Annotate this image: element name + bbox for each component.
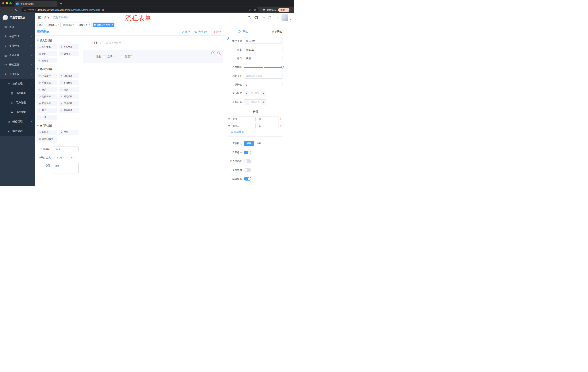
copy-widget-button[interactable]: [211, 51, 215, 55]
component-counter[interactable]: 123计数器: [59, 51, 79, 56]
sidebar-item-payment[interactable]: ¥ 支付管理 ▾: [0, 41, 35, 51]
option-label-input[interactable]: [231, 123, 256, 128]
drag-handle-icon[interactable]: ≡: [228, 117, 230, 120]
browser-menu-icon[interactable]: ⋮: [286, 8, 288, 11]
title-input[interactable]: [244, 56, 283, 61]
field-name-input[interactable]: [244, 47, 283, 53]
default-value-input[interactable]: [244, 82, 283, 87]
new-tab-button[interactable]: +: [60, 2, 62, 5]
tag-close-icon[interactable]: ×: [73, 24, 74, 26]
option-value-input[interactable]: [257, 116, 279, 121]
max-select-placeholder[interactable]: 最多可选: [249, 100, 261, 105]
sidebar-item-leave-query[interactable]: ● 请假查询: [0, 126, 35, 136]
forward-button[interactable]: →: [8, 8, 13, 12]
component-date-range[interactable]: ▩日期范围: [59, 101, 79, 106]
component-button[interactable]: ▣按钮: [59, 130, 79, 135]
github-icon[interactable]: [254, 16, 258, 19]
border-toggle[interactable]: [244, 159, 251, 163]
label-width-input[interactable]: [244, 73, 283, 79]
component-editor[interactable]: ✎编辑器: [37, 58, 57, 63]
component-time-picker[interactable]: ◷时间选择: [37, 94, 57, 99]
style-button-button[interactable]: 按钮: [254, 141, 264, 146]
remove-option-icon[interactable]: ⊖: [280, 124, 283, 128]
component-multi-line-text[interactable]: ▤多行文本: [59, 44, 79, 50]
component-color-picker[interactable]: ◍颜色选择: [59, 108, 79, 113]
breadcrumb-home[interactable]: 首页: [44, 16, 49, 19]
increase-icon[interactable]: +: [261, 91, 266, 96]
password-key-icon[interactable]: [248, 8, 251, 11]
component-row-container[interactable]: ⊞行容器: [37, 130, 57, 135]
tag-process-form-edit[interactable]: 流程表单-编辑 ×: [93, 22, 115, 27]
status-off-radio[interactable]: 关闭: [66, 156, 75, 159]
component-table[interactable]: ▦表格[开发中]: [37, 137, 57, 142]
tag-close-icon[interactable]: ×: [89, 24, 90, 26]
form-remark-textarea[interactable]: 嘿嘿: [53, 163, 79, 173]
clear-button[interactable]: 清空: [212, 30, 221, 33]
tag-process-model[interactable]: 流程模型 ×: [62, 22, 76, 27]
reload-button[interactable]: ↻: [14, 8, 19, 12]
decrease-icon[interactable]: −: [244, 100, 249, 105]
sidebar-item-system[interactable]: ⚙ 系统管理 ▾: [0, 32, 35, 41]
tag-close-icon[interactable]: ×: [112, 24, 113, 26]
widget-gender-selected[interactable]: 性别 选项一 选项二: [83, 50, 223, 63]
sidebar-item-process-form[interactable]: ▥ 流程表单: [0, 88, 35, 98]
option-label-input[interactable]: [231, 116, 256, 121]
sidebar-item-process-model[interactable]: ▶ 流程模型: [0, 107, 35, 117]
slider-handle[interactable]: [281, 66, 284, 69]
component-checkbox-group[interactable]: ☑多选框组: [59, 80, 79, 85]
chrome-update-button[interactable]: 更新 ⋮: [278, 8, 289, 12]
address-bar[interactable]: ⚠ 不安全 dashboard.yudao.iocoder.cn /bpm/ma…: [21, 7, 259, 12]
browser-tab[interactable]: 芋道管理系统 ×: [15, 1, 57, 7]
component-slider[interactable]: ⊶滑块: [59, 87, 79, 92]
tag-process-form[interactable]: 流程表单 ×: [77, 22, 92, 27]
sidebar-item-user-group[interactable]: ◎ 用户分组: [0, 98, 35, 107]
form-grid-slider[interactable]: [244, 64, 283, 70]
increase-icon[interactable]: +: [261, 100, 266, 105]
tab-component-props[interactable]: 组件属性: [226, 28, 260, 35]
delete-widget-button[interactable]: [217, 51, 221, 55]
window-zoom-button[interactable]: [10, 2, 12, 4]
component-password[interactable]: ☒密码: [37, 51, 57, 56]
avatar[interactable]: [282, 14, 288, 21]
tab-close-icon[interactable]: ×: [53, 2, 56, 5]
component-upload[interactable]: ↥上传: [37, 115, 57, 120]
back-button[interactable]: ←: [2, 8, 7, 12]
help-icon[interactable]: ?: [262, 16, 265, 19]
disabled-toggle[interactable]: [244, 168, 251, 172]
drag-handle-icon[interactable]: ≡: [228, 125, 230, 127]
component-select[interactable]: ⊙下拉选择: [37, 73, 57, 78]
font-size-icon[interactable]: TT: [275, 16, 278, 19]
show-label-toggle[interactable]: [244, 151, 251, 154]
component-switch[interactable]: ◐开关: [37, 87, 57, 92]
component-type-select[interactable]: 多选框组 ▾: [244, 38, 283, 44]
view-json-button[interactable]: 查看json: [194, 30, 208, 33]
phone-input[interactable]: [103, 40, 220, 46]
min-select-placeholder[interactable]: 至少应选: [249, 91, 261, 96]
save-button[interactable]: ✔ 保存: [182, 30, 190, 33]
component-cascader[interactable]: ⋔级联选择: [59, 73, 79, 78]
bookmark-star-icon[interactable]: ☆: [254, 8, 256, 11]
profile-caret-icon[interactable]: ▾: [291, 9, 292, 11]
search-icon[interactable]: [248, 16, 251, 19]
form-name-input[interactable]: [53, 146, 79, 152]
window-minimize-button[interactable]: [6, 2, 8, 4]
tag-home[interactable]: 首页: [37, 22, 45, 27]
tag-process-definition[interactable]: 流程定义 ×: [46, 22, 61, 27]
link-icon[interactable]: [226, 37, 229, 40]
option-value-input[interactable]: [257, 123, 279, 128]
option-two-checkbox[interactable]: 选项二: [121, 55, 133, 58]
component-radio-group[interactable]: ◉单选框组: [37, 80, 57, 85]
decrease-icon[interactable]: −: [244, 91, 249, 96]
window-close-button[interactable]: [2, 2, 4, 4]
component-time-range[interactable]: ◔时间范围: [59, 94, 79, 99]
slider-track[interactable]: [244, 67, 283, 68]
component-single-line-text[interactable]: ▭单行文本: [37, 44, 57, 50]
sidebar-item-devtools[interactable]: ⚒ 研发工具 ▾: [0, 60, 35, 70]
sidebar-item-task-management[interactable]: ⊞ 任务管理 ▾: [0, 117, 35, 126]
sidebar-item-process-management[interactable]: ≔ 流程管理 ▴: [0, 79, 35, 88]
widget-phone[interactable]: 手机号: [83, 38, 223, 48]
option-one-checkbox[interactable]: 选项一: [103, 55, 115, 58]
form-canvas[interactable]: 手机号 性别 选项一: [81, 36, 226, 186]
fullscreen-icon[interactable]: [268, 16, 272, 19]
status-on-radio[interactable]: 开启: [53, 156, 62, 159]
